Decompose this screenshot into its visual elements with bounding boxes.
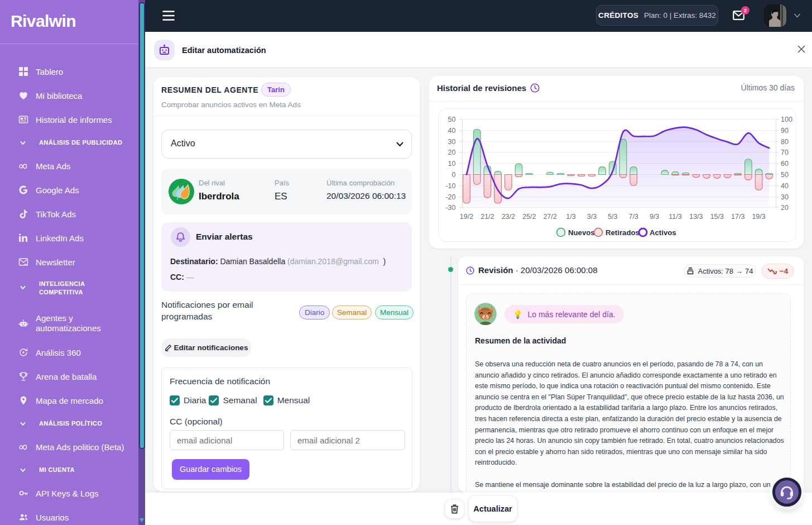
svg-text:21/2: 21/2 xyxy=(481,213,494,221)
svg-text:27/2: 27/2 xyxy=(543,213,556,221)
svg-text:17/3: 17/3 xyxy=(731,213,744,221)
svg-text:11/3: 11/3 xyxy=(669,213,681,221)
svg-text:5/3: 5/3 xyxy=(608,213,617,221)
svg-text:-10: -10 xyxy=(445,182,455,190)
svg-text:19/3: 19/3 xyxy=(752,213,765,221)
svg-text:100: 100 xyxy=(781,116,792,123)
svg-text:Activos: Activos xyxy=(650,228,676,237)
svg-text:Nuevos: Nuevos xyxy=(568,228,595,237)
svg-text:20: 20 xyxy=(781,204,789,212)
svg-text:50: 50 xyxy=(448,116,456,123)
svg-text:60: 60 xyxy=(781,160,789,168)
svg-text:19/2: 19/2 xyxy=(460,213,473,221)
svg-text:15/3: 15/3 xyxy=(710,213,724,221)
svg-text:Retirados: Retirados xyxy=(606,228,640,237)
svg-text:30: 30 xyxy=(781,193,789,201)
svg-text:23/2: 23/2 xyxy=(502,213,515,221)
svg-text:80: 80 xyxy=(781,138,789,146)
svg-text:20: 20 xyxy=(448,149,456,156)
svg-text:9/3: 9/3 xyxy=(650,213,659,221)
svg-text:13/3: 13/3 xyxy=(689,213,703,221)
svg-text:0: 0 xyxy=(452,171,456,179)
svg-text:-30: -30 xyxy=(445,204,455,212)
svg-text:30: 30 xyxy=(448,138,456,146)
svg-text:40: 40 xyxy=(781,182,789,190)
svg-text:90: 90 xyxy=(781,127,789,135)
svg-text:70: 70 xyxy=(781,149,789,156)
svg-text:7/3: 7/3 xyxy=(629,213,638,221)
svg-text:50: 50 xyxy=(781,171,789,179)
svg-text:10: 10 xyxy=(448,160,456,168)
svg-text:-20: -20 xyxy=(445,193,455,201)
svg-text:3/3: 3/3 xyxy=(587,213,597,221)
svg-text:1/3: 1/3 xyxy=(566,213,575,221)
svg-text:40: 40 xyxy=(448,127,456,135)
svg-text:25/2: 25/2 xyxy=(522,213,536,221)
